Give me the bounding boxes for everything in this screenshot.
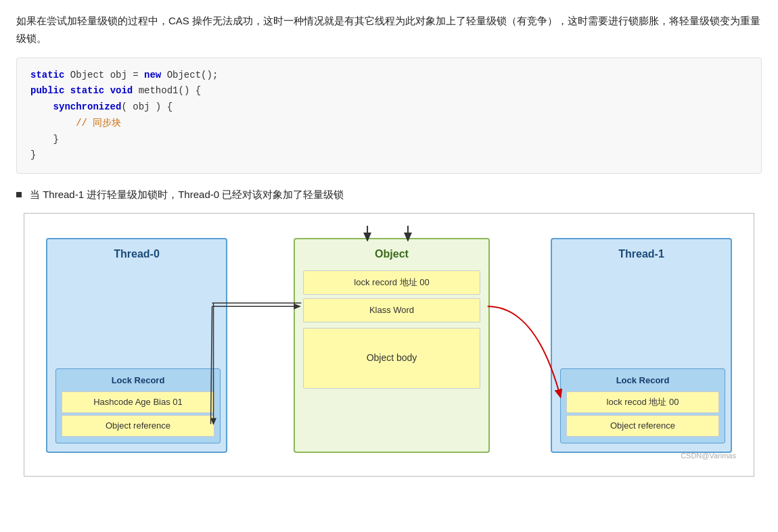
code-line-2: public static void method1() { <box>30 83 748 99</box>
code-line-5: } <box>30 132 748 148</box>
object-body: Object body <box>303 328 480 389</box>
bullet-icon <box>16 192 22 197</box>
diagram-inner: Thread-0 Lock Record Hashcode Age Bias 0… <box>37 226 741 464</box>
code-line-3: synchronized( obj ) { <box>30 99 748 116</box>
code-block: static Object obj = new Object(); public… <box>16 57 762 174</box>
code-line-6: } <box>30 147 748 164</box>
thread0-row1: Hashcode Age Bias 01 <box>62 391 214 413</box>
intro-text: 如果在尝试加轻量级锁的过程中，CAS 操作无法成功，这时一种情况就是有其它线程为… <box>16 12 762 48</box>
thread1-title: Thread-1 <box>552 239 731 267</box>
thread0-lock-record: Lock Record Hashcode Age Bias 01 Object … <box>55 368 221 443</box>
code-line-4: // 同步块 <box>30 116 748 132</box>
thread0-row2: Object reference <box>62 415 214 437</box>
thread1-row2: Object reference <box>566 415 719 437</box>
object-title: Object <box>295 239 488 267</box>
bullet-text: 当 Thread-1 进行轻量级加锁时，Thread-0 已经对该对象加了轻量级… <box>30 186 344 203</box>
thread1-box: Thread-1 Lock Record lock recod 地址 00 Ob… <box>551 238 732 453</box>
thread0-lock-record-title: Lock Record <box>56 373 220 388</box>
thread0-box: Thread-0 Lock Record Hashcode Age Bias 0… <box>46 238 227 453</box>
object-row2: Klass Word <box>303 298 480 322</box>
watermark: CSDN@Varimas <box>681 450 736 462</box>
thread1-lock-record: Lock Record lock recod 地址 00 Object refe… <box>560 368 725 443</box>
diagram-container: Thread-0 Lock Record Hashcode Age Bias 0… <box>24 213 754 477</box>
thread1-lock-record-title: Lock Record <box>561 373 725 388</box>
thread0-title: Thread-0 <box>47 239 226 267</box>
thread1-row1: lock recod 地址 00 <box>566 391 719 413</box>
object-row1: lock record 地址 00 <box>303 270 480 295</box>
code-line-1: static Object obj = new Object(); <box>30 68 748 84</box>
bullet-line: 当 Thread-1 进行轻量级加锁时，Thread-0 已经对该对象加了轻量级… <box>16 186 762 203</box>
object-box: Object lock record 地址 00 Klass Word Obje… <box>294 238 490 453</box>
